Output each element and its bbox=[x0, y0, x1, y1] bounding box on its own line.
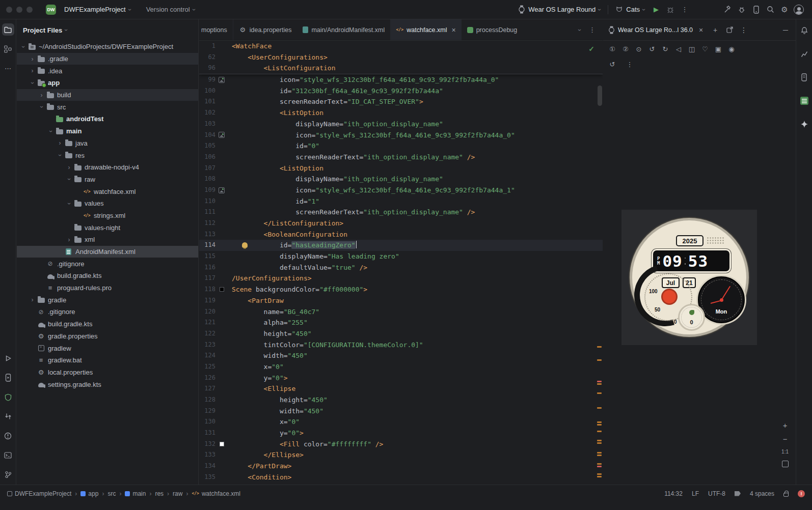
panel-options-icon[interactable]: ⋮ bbox=[739, 25, 749, 35]
tree-item-build-gradle-kts[interactable]: build.gradle.kts bbox=[17, 318, 198, 330]
error-stripe-mark[interactable] bbox=[597, 466, 602, 467]
chevron-expanded-icon[interactable]: › bbox=[30, 79, 36, 86]
zoom-fit-icon[interactable] bbox=[782, 461, 789, 467]
code-line-119[interactable]: 119 <PartDraw bbox=[199, 295, 603, 306]
back-icon[interactable]: ◁ bbox=[672, 43, 685, 54]
tab-options-icon[interactable]: ⋮ bbox=[589, 26, 596, 34]
breadcrumb-main[interactable]: main bbox=[125, 490, 146, 497]
caret-position-widget[interactable]: 114:32 bbox=[664, 490, 683, 497]
zoom-out-icon[interactable]: − bbox=[783, 435, 788, 443]
breadcrumb-app[interactable]: app bbox=[80, 490, 98, 497]
chevron-expanded-icon[interactable]: › bbox=[39, 104, 45, 110]
code-line-62[interactable]: 62 <UserConfigurations> bbox=[199, 52, 603, 63]
chevron-expanded-icon[interactable]: › bbox=[66, 200, 72, 207]
code-line-105[interactable]: 105 id="0" bbox=[199, 140, 603, 152]
add-device-tab-icon[interactable]: + bbox=[710, 25, 720, 35]
code-line-117[interactable]: 117/UserConfigurations> bbox=[199, 273, 603, 284]
code-line-103[interactable]: 103 displayName="ith_option_display_name… bbox=[199, 119, 603, 130]
user-avatar[interactable] bbox=[792, 3, 806, 17]
warning-stripe-mark[interactable] bbox=[597, 346, 602, 348]
chevron-expanded-icon[interactable]: › bbox=[48, 128, 54, 134]
code-line-121[interactable]: 121 alpha="255" bbox=[199, 317, 603, 328]
editor-scrollbar-thumb[interactable] bbox=[598, 86, 602, 106]
tree-item-androidstudioprojects-dwfexampleproject[interactable]: ›~/AndroidStudioProjects/DWFExampleProje… bbox=[17, 41, 198, 53]
version-control-tool-icon[interactable] bbox=[2, 468, 14, 480]
tree-item-watchface-xml[interactable]: </>watchface.xml bbox=[17, 185, 198, 197]
warning-stripe-mark[interactable] bbox=[597, 431, 602, 432]
debug-icon[interactable] bbox=[663, 3, 678, 17]
warning-stripe-mark[interactable] bbox=[597, 440, 602, 441]
bug-report-icon[interactable] bbox=[735, 3, 749, 17]
tree-item-proguard-rules-pro[interactable]: ≡proguard-rules.pro bbox=[17, 282, 198, 294]
breadcrumb-dwfexampleproject[interactable]: DWFExampleProject bbox=[7, 490, 71, 497]
zoom-reset-label[interactable]: 1:1 bbox=[781, 449, 789, 455]
project-tool-window-icon[interactable] bbox=[2, 23, 14, 36]
tree-item-gradlew-bat[interactable]: ≡gradlew.bat bbox=[17, 354, 198, 366]
tree-item-gradle-properties[interactable]: ⚙gradle.properties bbox=[17, 330, 198, 343]
code-line-109[interactable]: 109 icon="style_wfs_312c30bf_f64a_461e_9… bbox=[199, 185, 603, 196]
code-line-106[interactable]: 106 screenReaderText="ith_option_display… bbox=[199, 152, 603, 163]
code-line-107[interactable]: 107 <ListOption bbox=[199, 163, 603, 174]
tree-item-gradlew[interactable]: gradlew bbox=[17, 342, 198, 354]
code-line-129[interactable]: 129 width="450" bbox=[199, 406, 603, 417]
tree-item-androidtest[interactable]: androidTest bbox=[17, 113, 198, 125]
run-tool-window-icon[interactable] bbox=[2, 352, 14, 364]
warning-stripe-mark[interactable] bbox=[597, 455, 602, 456]
code-line-133[interactable]: 133 </Ellipse> bbox=[199, 449, 603, 461]
code-line-101[interactable]: 101 screenReaderText="ID_CAT_STEP_OVER"> bbox=[199, 96, 603, 107]
code-line-114[interactable]: 114 id="hasLeadingZero" bbox=[199, 240, 603, 251]
running-devices-tool-icon[interactable] bbox=[2, 372, 14, 384]
warning-stripe-mark[interactable] bbox=[597, 424, 602, 426]
tab-main-androidmanifest-xml[interactable]: main/AndroidManifest.xml bbox=[297, 19, 390, 40]
tree-item-res[interactable]: ›res bbox=[17, 149, 198, 161]
project-panel-header[interactable]: Project Files › bbox=[17, 19, 198, 41]
device-tab[interactable]: Wear OS Large Ro...l 36.0 × bbox=[608, 25, 706, 35]
chevron-collapsed-icon[interactable]: › bbox=[29, 56, 36, 62]
code-line-124[interactable]: 124 width="450" bbox=[199, 350, 603, 361]
warning-stripe-mark[interactable] bbox=[597, 476, 602, 477]
close-icon[interactable]: × bbox=[696, 25, 706, 35]
tree-item-gitignore[interactable]: ⊘.gitignore bbox=[17, 306, 198, 318]
inspections-ok-icon[interactable]: ✓ bbox=[588, 45, 594, 53]
device-more-icon[interactable]: ⋮ bbox=[624, 59, 636, 70]
indent-widget[interactable]: 4 spaces bbox=[750, 490, 774, 497]
button-1-icon[interactable]: ① bbox=[606, 43, 618, 54]
code-line-99[interactable]: 99 icon="style_wfs_312c30bf_f64a_461e_9c… bbox=[199, 74, 603, 86]
breadcrumb-src[interactable]: src bbox=[107, 490, 116, 497]
code-line-122[interactable]: 122 height="450" bbox=[199, 328, 603, 339]
code-line-120[interactable]: 120 name="BG_40c7" bbox=[199, 306, 603, 318]
line-separator-widget[interactable]: LF bbox=[692, 490, 699, 497]
project-selector[interactable]: DWFExampleProject › bbox=[60, 3, 135, 17]
build-tools-icon[interactable] bbox=[720, 3, 735, 17]
drawable-preview-icon[interactable] bbox=[219, 132, 225, 138]
warning-stripe-mark[interactable] bbox=[597, 407, 602, 409]
warning-stripe-mark[interactable] bbox=[597, 473, 602, 475]
tree-item-drawable-nodpi-v4[interactable]: ›drawable-nodpi-v4 bbox=[17, 161, 198, 174]
tree-item-androidmanifest-xml[interactable]: AndroidManifest.xml bbox=[17, 246, 198, 258]
chevron-collapsed-icon[interactable]: › bbox=[29, 68, 36, 74]
tree-item-src[interactable]: ›src bbox=[17, 101, 198, 113]
settings-gear-icon[interactable]: ⚙ bbox=[777, 3, 792, 17]
terminal-tool-icon[interactable] bbox=[2, 449, 14, 461]
color-preview-white-icon[interactable] bbox=[220, 442, 224, 446]
code-line-126[interactable]: 126 y="0"> bbox=[199, 373, 603, 384]
intention-bulb-icon[interactable] bbox=[242, 242, 248, 248]
code-line-116[interactable]: 116 defaultValue="true" /> bbox=[199, 262, 603, 273]
chevron-collapsed-icon[interactable]: › bbox=[29, 297, 36, 303]
warning-stripe-mark[interactable] bbox=[597, 392, 602, 394]
code-line-125[interactable]: 125 x="0" bbox=[199, 361, 603, 373]
zoom-in-icon[interactable]: + bbox=[783, 421, 788, 429]
breadcrumb-raw[interactable]: raw bbox=[173, 490, 182, 497]
code-line-115[interactable]: 115 displayName="Has leading zero" bbox=[199, 251, 603, 262]
breadcrumb-res[interactable]: res bbox=[155, 490, 164, 497]
warning-stripe-mark[interactable] bbox=[597, 359, 602, 361]
chevron-expanded-icon[interactable]: › bbox=[20, 43, 26, 50]
tree-item-app[interactable]: ›app bbox=[17, 77, 198, 89]
highlighting-level-icon[interactable] bbox=[735, 491, 741, 496]
profiler-tool-icon[interactable] bbox=[2, 410, 14, 422]
code-line-1[interactable]: 1<WatchFace bbox=[199, 41, 603, 52]
code-line-118[interactable]: 118Scene backgroundColor="#ff000000"> bbox=[199, 284, 603, 295]
tilt-icon[interactable]: ◫ bbox=[686, 43, 698, 54]
code-line-108[interactable]: 108 displayName="ith_option_display_name… bbox=[199, 174, 603, 185]
chevron-collapsed-icon[interactable]: › bbox=[66, 164, 72, 171]
